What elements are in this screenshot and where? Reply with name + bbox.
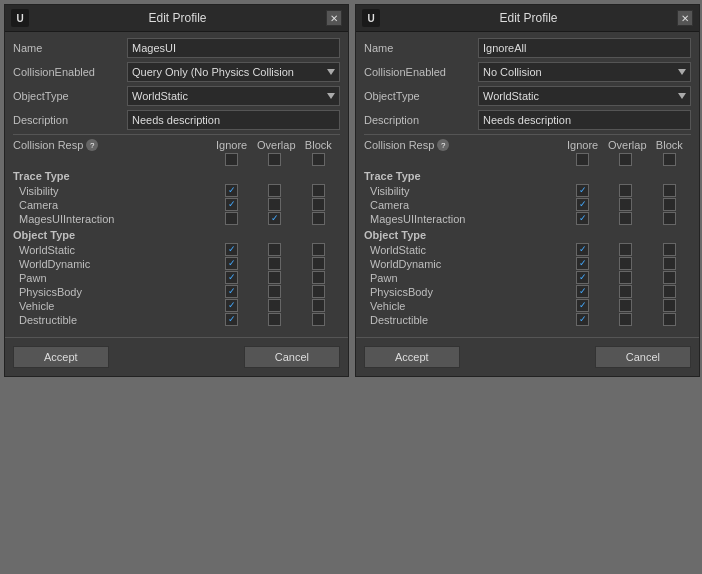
ws-overlap-cb-2[interactable] (619, 243, 632, 256)
collision-row-1: CollisionEnabled Query Only (No Physics … (13, 62, 340, 82)
veh-ignore-cb-2[interactable] (576, 299, 589, 312)
objecttype-label-2: ObjectType (364, 90, 474, 102)
cam-overlap-cb-2[interactable] (619, 198, 632, 211)
description-input-2[interactable] (478, 110, 691, 130)
dest-ignore-cb-2[interactable] (576, 313, 589, 326)
top-block-cb-2[interactable] (663, 153, 676, 166)
objecttype-select-1[interactable]: WorldStatic WorldDynamic Pawn (127, 86, 340, 106)
pawn-block-cb-2[interactable] (663, 271, 676, 284)
collision-select-2[interactable]: No Collision Query Only (No Physics Coll… (478, 62, 691, 82)
divider-2 (364, 134, 691, 135)
description-row-1: Description (13, 110, 340, 130)
mages-block-cb-2[interactable] (663, 212, 676, 225)
vis-overlap-cb-1[interactable] (268, 184, 281, 197)
cancel-button-2[interactable]: Cancel (595, 346, 691, 368)
top-overlap-cb-2[interactable] (619, 153, 632, 166)
wd-overlap-cb-1[interactable] (268, 257, 281, 270)
pawn-block-cb-1[interactable] (312, 271, 325, 284)
wd-block-cb-2[interactable] (663, 257, 676, 270)
wd-ignore-cb-1[interactable] (225, 257, 238, 270)
block-header-2: Block (651, 139, 687, 151)
dest-overlap-cb-2[interactable] (619, 313, 632, 326)
mages-overlap-cb-1[interactable] (268, 212, 281, 225)
dest-block-cb-2[interactable] (663, 313, 676, 326)
obj-row-1-0: WorldStatic (13, 243, 340, 256)
mages-ignore-cb-1[interactable] (225, 212, 238, 225)
pawn-ignore-cb-2[interactable] (576, 271, 589, 284)
name-input-1[interactable] (127, 38, 340, 58)
trace-row-1-1: Camera (13, 198, 340, 211)
cam-overlap-cb-1[interactable] (268, 198, 281, 211)
footer-2: Accept Cancel (356, 337, 699, 376)
trace-row-1-2: MagesUIInteraction (13, 212, 340, 225)
vis-ignore-cb-2[interactable] (576, 184, 589, 197)
dest-block-cb-1[interactable] (312, 313, 325, 326)
pb-ignore-cb-1[interactable] (225, 285, 238, 298)
veh-overlap-cb-1[interactable] (268, 299, 281, 312)
cam-ignore-cb-1[interactable] (225, 198, 238, 211)
ws-block-cb-1[interactable] (312, 243, 325, 256)
ws-ignore-cb-1[interactable] (225, 243, 238, 256)
name-row-1: Name (13, 38, 340, 58)
help-icon-2[interactable]: ? (437, 139, 449, 151)
mages-ignore-cb-2[interactable] (576, 212, 589, 225)
close-button-1[interactable]: ✕ (326, 10, 342, 26)
close-button-2[interactable]: ✕ (677, 10, 693, 26)
veh-block-cb-2[interactable] (663, 299, 676, 312)
description-input-1[interactable] (127, 110, 340, 130)
top-block-cb-1[interactable] (312, 153, 325, 166)
help-icon-1[interactable]: ? (86, 139, 98, 151)
description-label-2: Description (364, 114, 474, 126)
description-row-2: Description (364, 110, 691, 130)
vis-block-cb-2[interactable] (663, 184, 676, 197)
pb-overlap-cb-1[interactable] (268, 285, 281, 298)
top-overlap-cb-1[interactable] (268, 153, 281, 166)
accept-button-1[interactable]: Accept (13, 346, 109, 368)
mages-block-cb-1[interactable] (312, 212, 325, 225)
veh-block-cb-1[interactable] (312, 299, 325, 312)
top-ignore-cb-1[interactable] (225, 153, 238, 166)
col-headers-2: Ignore Overlap Block (561, 139, 691, 151)
ue-logo-2: U (362, 9, 380, 27)
name-input-2[interactable] (478, 38, 691, 58)
top-check-cells-2 (561, 153, 691, 166)
divider-1 (13, 134, 340, 135)
cam-block-cb-1[interactable] (312, 198, 325, 211)
dest-ignore-cb-1[interactable] (225, 313, 238, 326)
collision-select-1[interactable]: Query Only (No Physics Collision No Coll… (127, 62, 340, 82)
mages-overlap-cb-2[interactable] (619, 212, 632, 225)
accept-button-2[interactable]: Accept (364, 346, 460, 368)
cam-block-cb-2[interactable] (663, 198, 676, 211)
pb-block-cb-1[interactable] (312, 285, 325, 298)
pawn-ignore-cb-1[interactable] (225, 271, 238, 284)
pb-ignore-cb-2[interactable] (576, 285, 589, 298)
vis-block-cb-1[interactable] (312, 184, 325, 197)
name-label-1: Name (13, 42, 123, 54)
cancel-button-1[interactable]: Cancel (244, 346, 340, 368)
veh-ignore-cb-1[interactable] (225, 299, 238, 312)
block-header-1: Block (300, 139, 336, 151)
vis-overlap-cb-2[interactable] (619, 184, 632, 197)
wd-overlap-cb-2[interactable] (619, 257, 632, 270)
objecttype-select-2[interactable]: WorldStatic WorldDynamic Pawn (478, 86, 691, 106)
name-label-2: Name (364, 42, 474, 54)
wd-block-cb-1[interactable] (312, 257, 325, 270)
collision-response-label-2: Collision Resp (364, 139, 434, 151)
vis-ignore-cb-1[interactable] (225, 184, 238, 197)
pawn-overlap-cb-2[interactable] (619, 271, 632, 284)
veh-overlap-cb-2[interactable] (619, 299, 632, 312)
ws-block-cb-2[interactable] (663, 243, 676, 256)
object-type-header-1: Object Type (13, 229, 340, 241)
wd-ignore-cb-2[interactable] (576, 257, 589, 270)
dest-overlap-cb-1[interactable] (268, 313, 281, 326)
collision-label-1: CollisionEnabled (13, 66, 123, 78)
ws-overlap-cb-1[interactable] (268, 243, 281, 256)
pawn-overlap-cb-1[interactable] (268, 271, 281, 284)
pb-block-cb-2[interactable] (663, 285, 676, 298)
obj-row-1-3: PhysicsBody (13, 285, 340, 298)
cam-ignore-cb-2[interactable] (576, 198, 589, 211)
pb-overlap-cb-2[interactable] (619, 285, 632, 298)
top-ignore-cb-2[interactable] (576, 153, 589, 166)
objecttype-row-1: ObjectType WorldStatic WorldDynamic Pawn (13, 86, 340, 106)
ws-ignore-cb-2[interactable] (576, 243, 589, 256)
